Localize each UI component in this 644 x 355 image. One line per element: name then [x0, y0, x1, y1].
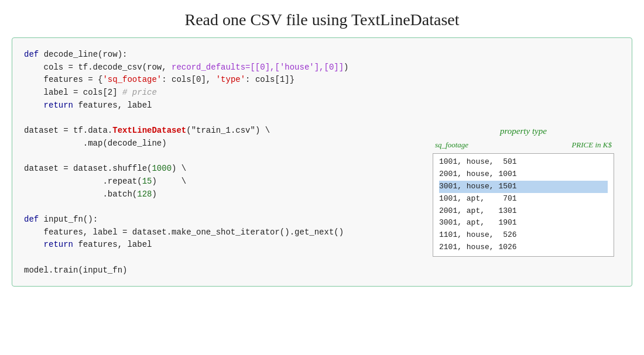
data-row: 2001, house, 1001 [439, 168, 608, 181]
col-right-label: PRICE in K$ [571, 139, 612, 151]
annotation-area: property type sq_footage PRICE in K$ 100… [433, 125, 614, 257]
data-row: 3001, apt, 1901 [439, 217, 608, 229]
data-row: 2001, apt, 1301 [439, 205, 608, 218]
code-line: model.train(input_fn) [24, 264, 620, 277]
data-row-highlighted: 3001, house, 1501 [439, 181, 608, 193]
code-block: def decode_line(row): cols = tf.decode_c… [24, 49, 620, 277]
data-row: 1001, apt, 701 [439, 193, 608, 205]
code-line: features = {'sq_footage': cols[0], 'type… [24, 74, 620, 87]
code-line: def decode_line(row): [24, 49, 620, 61]
col-left-label: sq_footage [435, 139, 468, 151]
code-line: cols = tf.decode_csv(row, record_default… [24, 61, 620, 74]
property-type-label: property type [433, 125, 614, 138]
code-line: label = cols[2] # price [24, 87, 620, 99]
data-table: 1001, house, 501 2001, house, 1001 3001,… [433, 153, 614, 256]
code-line: return features, label [24, 99, 620, 112]
code-container: def decode_line(row): cols = tf.decode_c… [12, 37, 632, 287]
code-line [24, 112, 620, 125]
data-row: 1101, house, 526 [439, 229, 608, 242]
annotation-columns: sq_footage PRICE in K$ [433, 139, 614, 151]
data-row: 2101, house, 1026 [439, 242, 608, 254]
page-title: Read one CSV file using TextLineDataset [184, 11, 459, 29]
data-row: 1001, house, 501 [439, 156, 608, 168]
